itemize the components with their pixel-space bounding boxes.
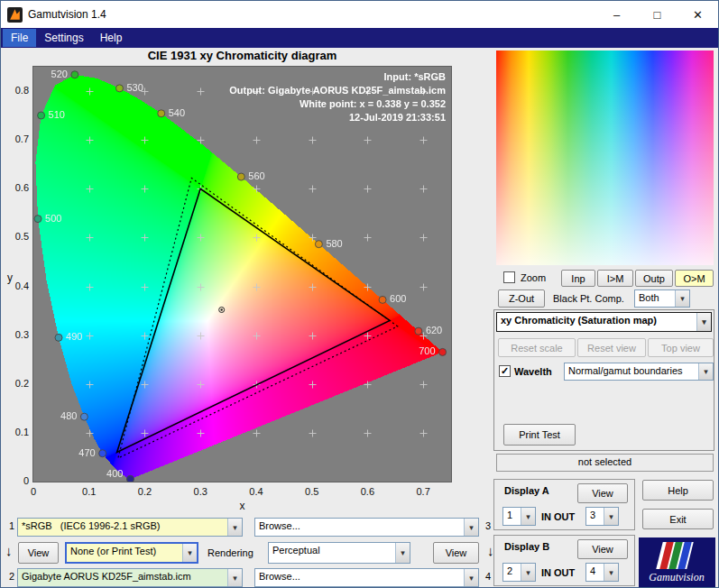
wavelth-mode-value: Normal/gamut boundaries	[565, 363, 698, 380]
wavelth-check-icon: ✓	[501, 365, 509, 376]
x-tick-label: 0.5	[305, 486, 318, 497]
reset-view-button[interactable]: Reset view	[577, 338, 646, 357]
display-b-out-select[interactable]: 4 ▾	[585, 563, 619, 582]
display-b-group: Display B View 2 ▾ IN OUT 4 ▾	[493, 535, 635, 586]
flow-arrow-down-right-icon: ↓	[487, 543, 494, 558]
menubar: File Settings Help	[1, 28, 718, 48]
flow-arrow-down-left-icon: ↓	[5, 543, 13, 558]
titlebar: Gamutvision 1.4 – □ ✕	[1, 1, 718, 28]
main-area: CIE 1931 xy Chromaticity diagram Input: …	[1, 48, 718, 588]
x-tick-label: 0.4	[249, 486, 263, 497]
print-test-button[interactable]: Print Test	[503, 424, 576, 446]
test-pattern-select[interactable]: None (or Print Test) ▾	[65, 542, 198, 564]
chevron-down-icon[interactable]: ▾	[395, 543, 410, 563]
x-tick-label: 0.2	[138, 486, 152, 497]
display-a-out-select[interactable]: 3 ▾	[585, 507, 619, 526]
chevron-down-icon[interactable]: ▾	[604, 564, 618, 581]
display-b-io-label: IN OUT	[541, 567, 575, 578]
display-b-view-button[interactable]: View	[577, 539, 628, 559]
wavelth-checkbox[interactable]: ✓	[499, 365, 511, 377]
app-icon	[7, 7, 23, 23]
display-b-in-value: 2	[503, 564, 521, 581]
inp-button[interactable]: Inp	[561, 270, 595, 287]
menu-file[interactable]: File	[3, 29, 36, 47]
view-mode-select[interactable]: xy Chromaticity (Saturation map) ▾	[496, 312, 712, 332]
chromaticity-canvas	[33, 67, 451, 482]
window-title: Gamutvision 1.4	[28, 8, 106, 21]
browse-output-select[interactable]: Browse... ▾	[254, 568, 479, 587]
status-box: not selected	[496, 454, 714, 472]
menu-settings[interactable]: Settings	[36, 29, 91, 47]
maximize-icon: □	[654, 8, 661, 22]
display-b-in-select[interactable]: 2 ▾	[502, 563, 536, 582]
chromaticity-plot: Input: *sRGB Output: Gigabyte AORUS KD25…	[32, 66, 452, 482]
output-to-monitor-button[interactable]: O>M	[675, 270, 714, 287]
black-pt-comp-value: Both	[635, 290, 675, 307]
menu-help[interactable]: Help	[92, 29, 131, 47]
close-button[interactable]: ✕	[678, 1, 718, 28]
x-tick-label: 0.3	[194, 486, 207, 497]
exit-button[interactable]: Exit	[642, 509, 714, 529]
display-b-title: Display B	[504, 541, 549, 552]
browse-input-select[interactable]: Browse... ▾	[254, 518, 479, 537]
chevron-down-icon[interactable]: ▾	[604, 508, 618, 525]
x-tick-label: 0.7	[416, 486, 429, 497]
browse-input-value: Browse...	[255, 519, 464, 536]
slot-3-index: 3	[485, 520, 491, 531]
z-out-button[interactable]: Z-Out	[498, 289, 545, 308]
rendering-intent-value: Perceptual	[269, 543, 395, 563]
output-profile-select[interactable]: Gigabyte AORUS KD25F_aimstab.icm ▾	[17, 568, 243, 587]
x-tick-label: 0	[31, 486, 36, 497]
rendering-intent-select[interactable]: Perceptual ▾	[268, 542, 410, 564]
zoom-checkbox[interactable]	[503, 271, 515, 283]
chevron-down-icon[interactable]: ▾	[182, 544, 197, 562]
display-b-out-value: 4	[586, 564, 604, 581]
chevron-down-icon[interactable]: ▾	[227, 569, 242, 586]
y-tick-label: 0	[5, 475, 29, 486]
slot-4-index: 4	[485, 571, 491, 582]
display-a-group: Display A View 1 ▾ IN OUT 3 ▾	[493, 479, 635, 530]
input-to-monitor-button[interactable]: I>M	[597, 270, 633, 287]
help-button[interactable]: Help	[642, 480, 714, 501]
close-icon: ✕	[693, 8, 703, 22]
chevron-down-icon[interactable]: ▾	[675, 290, 689, 307]
x-tick-label: 0.1	[82, 486, 96, 497]
y-tick-label: 0.3	[5, 329, 29, 340]
chevron-down-icon[interactable]: ▾	[464, 569, 478, 586]
view-output-button[interactable]: View	[433, 542, 479, 564]
chevron-down-icon[interactable]: ▾	[521, 564, 535, 581]
minimize-icon: –	[613, 8, 620, 22]
zoom-label: Zoom	[521, 272, 546, 283]
chevron-down-icon[interactable]: ▾	[696, 313, 711, 331]
black-pt-comp-select[interactable]: Both ▾	[634, 289, 690, 308]
display-a-in-select[interactable]: 1 ▾	[502, 507, 536, 526]
wavelth-mode-select[interactable]: Normal/gamut boundaries ▾	[564, 363, 714, 381]
caption-buttons: – □ ✕	[596, 1, 718, 28]
black-pt-comp-label: Black Pt. Comp.	[553, 293, 624, 304]
top-view-button[interactable]: Top view	[648, 338, 714, 357]
y-tick-label: 0.1	[5, 427, 29, 437]
display-a-view-button[interactable]: View	[577, 483, 628, 503]
slot-1-index: 1	[9, 520, 14, 531]
chevron-down-icon[interactable]: ▾	[464, 519, 478, 536]
chevron-down-icon[interactable]: ▾	[521, 508, 535, 525]
input-profile-value: *sRGB (IEC6 1996-2.1 sRGB)	[18, 519, 227, 536]
y-tick-label: 0.6	[5, 182, 29, 193]
outp-button[interactable]: Outp	[635, 270, 673, 287]
color-gradient-panel	[496, 51, 714, 265]
minimize-button[interactable]: –	[596, 1, 637, 28]
logo-text: Gamutvision	[649, 571, 704, 583]
chevron-down-icon[interactable]: ▾	[227, 519, 242, 536]
x-axis-label: x	[32, 500, 452, 512]
display-a-out-value: 3	[586, 508, 604, 525]
test-pattern-value: None (or Print Test)	[67, 544, 182, 562]
maximize-button[interactable]: □	[637, 1, 678, 28]
chevron-down-icon[interactable]: ▾	[698, 363, 713, 380]
view-input-button[interactable]: View	[18, 542, 59, 564]
reset-scale-button[interactable]: Reset scale	[498, 338, 576, 357]
input-profile-select[interactable]: *sRGB (IEC6 1996-2.1 sRGB) ▾	[17, 518, 243, 537]
display-a-title: Display A	[504, 485, 549, 496]
x-tick-label: 0.6	[361, 486, 374, 497]
app-window: Gamutvision 1.4 – □ ✕ File Settings Help…	[0, 0, 719, 588]
y-tick-label: 0.5	[5, 231, 29, 242]
